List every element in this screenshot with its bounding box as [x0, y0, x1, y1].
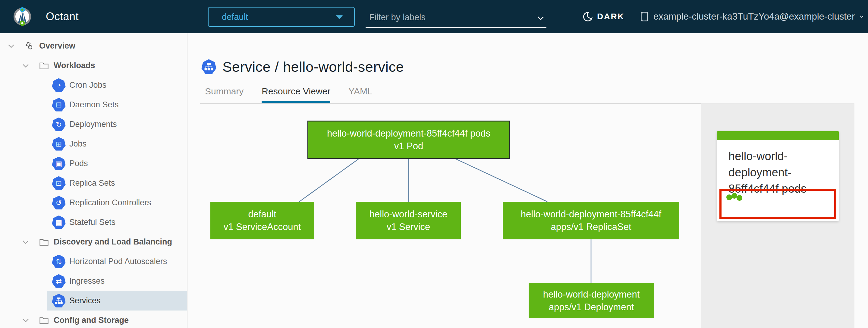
sidebar-item-ingresses[interactable]: ⇄Ingresses: [47, 271, 187, 291]
sidebar-item-label: Deployments: [69, 120, 117, 129]
pods-icon: ▣: [52, 157, 66, 171]
main-content: Service / hello-world-service SummaryRes…: [187, 33, 868, 328]
sidebar-item-label: Cron Jobs: [69, 81, 106, 90]
sidebar-item-label: Services: [69, 296, 101, 305]
pod-status-box: [719, 189, 836, 219]
node-name: hello-world-deployment: [543, 288, 640, 301]
chevron-down-icon: [536, 14, 545, 23]
graph-node-deployment[interactable]: hello-world-deploymentapps/v1 Deployment: [529, 283, 654, 318]
octant-app: Octant default Filter by labels DARK exa…: [0, 0, 868, 328]
sidebar-item-replica-sets[interactable]: ⊡Replica Sets: [47, 173, 187, 193]
sidebar-item-stateful-sets[interactable]: ▤Stateful Sets: [47, 212, 187, 232]
page-title-row: Service / hello-world-service: [201, 58, 404, 75]
sidebar-item-replication-controllers[interactable]: ↺Replication Controllers: [47, 193, 187, 212]
sidebar-item-label: Stateful Sets: [69, 218, 116, 227]
cluster-context-selector[interactable]: example-cluster-ka3TuTzYo4a@example-clus…: [640, 0, 865, 33]
sidebar-item-label: Workloads: [54, 61, 95, 70]
card-status-strip: [717, 131, 839, 140]
chevron-down-icon[interactable]: [21, 61, 30, 70]
chevron-down-icon: [858, 13, 865, 20]
node-kind: v1 Service: [387, 221, 430, 233]
sidebar-item-label: Jobs: [69, 139, 87, 149]
tab-resource-viewer[interactable]: Resource Viewer: [261, 81, 330, 103]
chevron-down-icon[interactable]: [21, 238, 30, 247]
sidebar-item-daemon-sets[interactable]: ⊟Daemon Sets: [47, 95, 187, 115]
namespace-dropdown[interactable]: default: [208, 7, 355, 27]
cluster-icon: [640, 11, 649, 22]
sidebar-item-label: Pods: [69, 159, 88, 168]
tab-bar: SummaryResource ViewerYAML: [200, 81, 854, 104]
graph-node-replica-set[interactable]: hello-world-deployment-85ff4cf44fapps/v1…: [503, 202, 679, 239]
app-header: Octant default Filter by labels DARK exa…: [0, 0, 868, 33]
tab-yaml[interactable]: YAML: [348, 81, 372, 103]
node-kind: apps/v1 Deployment: [549, 301, 634, 314]
sidebar-item-label: Overview: [39, 41, 75, 51]
graph-node-service-account[interactable]: defaultv1 ServiceAccount: [210, 202, 314, 239]
tab-summary[interactable]: Summary: [205, 81, 244, 103]
node-kind: apps/v1 ReplicaSet: [551, 221, 631, 233]
node-kind: v1 Pod: [394, 140, 424, 153]
sidebar-item-jobs[interactable]: ⊞Jobs: [47, 134, 187, 154]
sidebar-item-config-and-storage[interactable]: Config and Storage: [0, 310, 187, 328]
deployments-icon: ↻: [52, 118, 66, 131]
service-icon: [201, 59, 216, 74]
sidebar-item-label: Horizontal Pod Autoscalers: [69, 257, 167, 266]
folder-icon: [38, 315, 50, 326]
ingresses-icon: ⇄: [52, 274, 66, 288]
services-icon: [52, 294, 66, 308]
horizontal-pod-autoscalers-icon: ⇅: [52, 255, 66, 269]
sidebar-item-label: Config and Storage: [54, 316, 129, 325]
sidebar-item-deployments[interactable]: ↻Deployments: [47, 115, 187, 134]
sidebar-item-label: Ingresses: [69, 276, 104, 286]
jobs-icon: ⊞: [52, 137, 66, 151]
replica-sets-icon: ⊡: [52, 176, 66, 190]
label-filter-input[interactable]: Filter by labels: [366, 8, 547, 28]
node-name: hello-world-deployment-85ff4cf44f: [521, 208, 661, 221]
stateful-sets-icon: ▤: [52, 215, 66, 230]
sidebar-item-overview[interactable]: Overview: [0, 36, 187, 56]
sidebar-item-discovery-and-load-balancing[interactable]: Discovery and Load Balancing: [0, 232, 187, 252]
namespace-dropdown-value: default: [222, 7, 248, 26]
folder-icon: [38, 61, 50, 71]
chevron-down-icon[interactable]: [21, 316, 30, 325]
page-title: Service / hello-world-service: [222, 58, 404, 75]
node-name: hello-world-service: [370, 208, 447, 221]
node-name: hello-world-deployment-85ff4cf44f pods: [327, 127, 490, 140]
octant-logo-icon: [12, 6, 33, 27]
label-filter-placeholder: Filter by labels: [369, 8, 426, 26]
graph-node-service[interactable]: hello-world-servicev1 Service: [356, 202, 461, 239]
replication-controllers-icon: ↺: [52, 196, 66, 210]
pod-ok-status-dot: [737, 195, 742, 201]
chevron-down-icon[interactable]: [7, 41, 16, 51]
sidebar-item-label: Daemon Sets: [69, 100, 119, 110]
sidebar-item-label: Discovery and Load Balancing: [54, 237, 172, 247]
sidebar-item-label: Replica Sets: [69, 178, 115, 188]
sidebar-item-workloads[interactable]: Workloads: [0, 56, 187, 76]
graph-node-pod[interactable]: hello-world-deployment-85ff4cf44f podsv1…: [307, 121, 510, 159]
selected-resource-card[interactable]: hello-world-deployment-85ff4cf44f pods: [717, 131, 839, 221]
folder-icon: [38, 237, 50, 247]
app-title: Octant: [46, 0, 79, 33]
node-kind: v1 ServiceAccount: [224, 221, 301, 233]
sidebar-item-pods[interactable]: ▣Pods: [47, 154, 187, 173]
caret-down-icon: [336, 16, 343, 19]
sidebar-item-services[interactable]: Services: [47, 291, 187, 310]
overview-icon: [24, 41, 35, 51]
sidebar-nav: OverviewWorkloads◔Cron Jobs⊟Daemon Sets↻…: [0, 33, 187, 328]
daemon-sets-icon: ⊟: [52, 98, 66, 112]
cron-jobs-icon: ◔: [52, 79, 66, 92]
dark-theme-label: DARK: [597, 12, 624, 21]
detail-panel: hello-world-deployment-85ff4cf44f pods: [701, 103, 855, 328]
dark-theme-toggle[interactable]: DARK: [583, 0, 624, 33]
node-name: default: [248, 208, 276, 221]
sidebar-item-horizontal-pod-autoscalers[interactable]: ⇅Horizontal Pod Autoscalers: [47, 252, 187, 271]
sidebar-item-cron-jobs[interactable]: ◔Cron Jobs: [47, 76, 187, 95]
moon-icon: [583, 11, 593, 22]
sidebar-item-label: Replication Controllers: [69, 198, 151, 207]
cluster-context-label: example-cluster-ka3TuTzYo4a@example-clus…: [653, 11, 855, 22]
